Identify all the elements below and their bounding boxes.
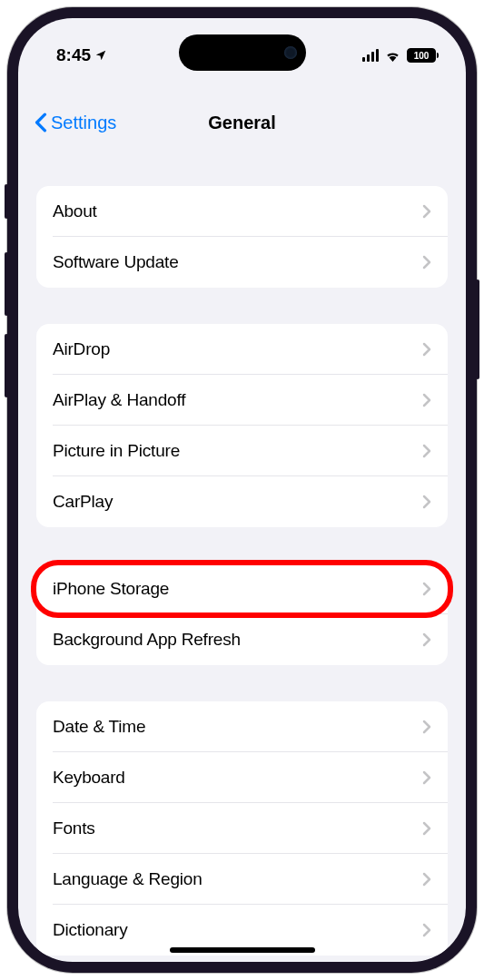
settings-row[interactable]: Date & Time xyxy=(36,701,448,752)
chevron-right-icon xyxy=(422,204,431,219)
chevron-right-icon xyxy=(422,342,431,357)
row-label: Date & Time xyxy=(53,717,145,737)
page-title: General xyxy=(208,113,275,133)
settings-group: AirDropAirPlay & HandoffPicture in Pictu… xyxy=(36,324,448,527)
chevron-right-icon xyxy=(422,821,431,836)
side-button-power xyxy=(476,279,479,379)
settings-row[interactable]: AirDrop xyxy=(36,324,448,375)
phone-frame: 8:45 100 xyxy=(7,7,477,973)
row-label: AirPlay & Handoff xyxy=(53,390,185,410)
side-button-silent xyxy=(5,184,8,219)
settings-row[interactable]: CarPlay xyxy=(36,476,448,527)
cellular-signal-icon xyxy=(362,49,380,62)
chevron-right-icon xyxy=(422,923,431,937)
row-label: Language & Region xyxy=(53,869,202,889)
chevron-right-icon xyxy=(422,872,431,887)
row-label: CarPlay xyxy=(53,492,113,512)
location-icon xyxy=(94,49,107,62)
row-label: Dictionary xyxy=(53,920,127,940)
settings-group: AboutSoftware Update xyxy=(36,186,448,288)
settings-row[interactable]: Language & Region xyxy=(36,854,448,905)
settings-row[interactable]: Fonts xyxy=(36,803,448,854)
chevron-right-icon xyxy=(422,255,431,270)
content-scroll[interactable]: AboutSoftware UpdateAirDropAirPlay & Han… xyxy=(18,150,466,962)
row-label: Keyboard xyxy=(53,768,125,788)
row-label: Background App Refresh xyxy=(53,630,241,650)
row-label: Software Update xyxy=(53,252,179,272)
settings-row[interactable]: Picture in Picture xyxy=(36,426,448,476)
settings-row[interactable]: iPhone Storage xyxy=(36,564,448,614)
settings-row[interactable]: Keyboard xyxy=(36,752,448,803)
chevron-right-icon xyxy=(422,444,431,458)
row-label: AirDrop xyxy=(53,339,110,359)
chevron-right-icon xyxy=(422,632,431,647)
side-button-volume-down xyxy=(5,334,8,397)
back-button[interactable]: Settings xyxy=(35,113,116,133)
chevron-left-icon xyxy=(35,113,47,132)
row-label: Picture in Picture xyxy=(53,441,180,461)
settings-row[interactable]: Background App Refresh xyxy=(36,614,448,665)
dynamic-island xyxy=(179,34,306,71)
settings-row[interactable]: About xyxy=(36,186,448,237)
screen: 8:45 100 xyxy=(18,18,466,962)
row-label: Fonts xyxy=(53,818,95,838)
row-label: iPhone Storage xyxy=(53,579,169,599)
home-indicator[interactable] xyxy=(170,947,315,953)
settings-row[interactable]: AirPlay & Handoff xyxy=(36,375,448,426)
status-time: 8:45 xyxy=(56,45,91,65)
chevron-right-icon xyxy=(422,720,431,734)
navigation-bar: Settings General xyxy=(18,95,466,150)
row-label: About xyxy=(53,201,97,221)
battery-indicator: 100 xyxy=(407,48,439,63)
back-label: Settings xyxy=(51,113,116,133)
front-camera xyxy=(284,46,297,59)
battery-level: 100 xyxy=(407,48,436,63)
wifi-icon xyxy=(384,49,401,62)
side-button-volume-up xyxy=(5,252,8,316)
settings-row[interactable]: Software Update xyxy=(36,237,448,288)
chevron-right-icon xyxy=(422,582,431,596)
chevron-right-icon xyxy=(422,495,431,509)
chevron-right-icon xyxy=(422,393,431,407)
settings-group: Date & TimeKeyboardFontsLanguage & Regio… xyxy=(36,701,448,956)
chevron-right-icon xyxy=(422,770,431,785)
settings-group: iPhone StorageBackground App Refresh xyxy=(36,564,448,665)
